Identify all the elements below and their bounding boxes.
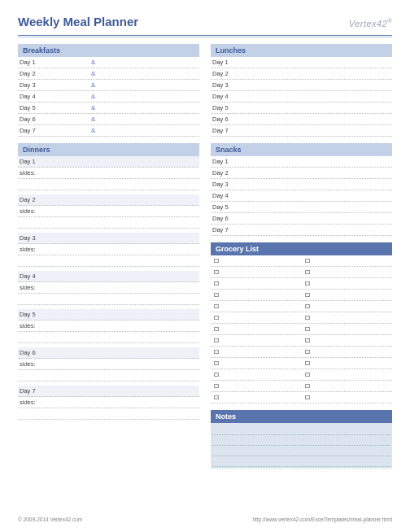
- blank-row: [18, 408, 199, 420]
- ampersand: &: [91, 59, 95, 66]
- breakfast-row: Day 4&: [18, 91, 199, 102]
- checkbox-icon: [214, 373, 219, 377]
- lunch-row: Day 1: [211, 57, 392, 68]
- lunch-row: Day 6: [211, 114, 392, 125]
- breakfast-row: Day 1&: [18, 57, 199, 68]
- grocery-row: [211, 358, 392, 369]
- blank-row: [18, 332, 199, 343]
- day-label: Day 2: [20, 196, 44, 203]
- day-label: Day 3: [212, 181, 237, 188]
- blank-row: [18, 255, 199, 267]
- grocery-header: Grocery List: [211, 242, 392, 255]
- grocery-row: [211, 324, 392, 335]
- sides-row: sides:: [18, 359, 199, 370]
- grocery-cell: [302, 373, 393, 377]
- dinner-main-row: Day 7: [18, 386, 199, 397]
- notes-line: [212, 446, 390, 456]
- checkbox-icon: [305, 316, 310, 320]
- lunch-row: Day 5: [211, 102, 392, 114]
- left-column: Breakfasts Day 1& Day 2& Day 3& Day 4& D…: [18, 44, 199, 469]
- checkbox-icon: [214, 281, 219, 286]
- ampersand: &: [91, 127, 95, 134]
- notes-body: [211, 423, 392, 469]
- lunch-row: Day 7: [211, 125, 392, 137]
- day-label: Day 3: [20, 81, 44, 89]
- grocery-cell: [211, 259, 302, 263]
- grocery-cell: [302, 293, 393, 297]
- day-label: Day 5: [212, 203, 237, 211]
- sides-row: sides:: [18, 397, 199, 408]
- grocery-cell: [211, 270, 302, 274]
- checkbox-icon: [305, 395, 310, 399]
- snack-row: Day 7: [211, 225, 392, 236]
- dinner-main-row: Day 4: [18, 271, 199, 282]
- sides-row: sides:: [18, 206, 199, 217]
- ampersand: &: [91, 70, 95, 77]
- grocery-cell: [302, 350, 393, 354]
- day-label: Day 6: [20, 349, 44, 356]
- dinner-main-row: Day 3: [18, 233, 199, 244]
- day-label: Day 7: [20, 387, 44, 395]
- grocery-cell: [211, 361, 302, 365]
- lunches-header: Lunches: [211, 44, 392, 57]
- day-label: Day 6: [20, 116, 44, 123]
- day-label: Day 6: [212, 215, 237, 222]
- day-label: Day 4: [212, 93, 237, 100]
- grocery-cell: [302, 338, 393, 342]
- dinner-block: Day 7 sides:: [18, 386, 199, 420]
- checkbox-icon: [305, 293, 310, 297]
- divider-top: [18, 35, 392, 36]
- checkbox-icon: [305, 259, 310, 263]
- day-label: Day 2: [20, 70, 44, 77]
- grocery-row: [211, 381, 392, 392]
- day-label: Day 2: [212, 70, 237, 77]
- grocery-row: [211, 290, 392, 301]
- page-title: Weekly Meal Planner: [18, 15, 138, 28]
- dinner-block: Day 2 sides:: [18, 194, 199, 229]
- checkbox-icon: [214, 316, 219, 320]
- sides-row: sides:: [18, 282, 199, 294]
- sides-label: sides:: [20, 399, 44, 406]
- right-column: Lunches Day 1 Day 2 Day 3 Day 4 Day 5 Da…: [211, 44, 392, 469]
- sides-label: sides:: [20, 246, 44, 253]
- grocery-cell: [302, 281, 393, 286]
- lunch-row: Day 3: [211, 80, 392, 91]
- grocery-row: [211, 301, 392, 312]
- sides-label: sides:: [20, 207, 44, 215]
- notes-line: [212, 425, 390, 435]
- ampersand: &: [91, 104, 95, 111]
- checkbox-icon: [305, 350, 310, 354]
- checkbox-icon: [214, 270, 219, 274]
- day-label: Day 5: [212, 104, 237, 111]
- grocery-cell: [302, 384, 393, 388]
- grocery-row: [211, 347, 392, 358]
- copyright: © 2009-2014 Vertex42.com: [18, 517, 82, 522]
- day-label: Day 2: [212, 169, 237, 177]
- grocery-cell: [211, 373, 302, 377]
- blank-row: [18, 294, 199, 305]
- dinner-block: Day 1 sides:: [18, 156, 199, 190]
- checkbox-icon: [305, 281, 310, 286]
- grocery-cell: [211, 281, 302, 286]
- day-label: Day 5: [20, 311, 44, 318]
- checkbox-icon: [214, 395, 219, 399]
- checkbox-icon: [305, 327, 310, 331]
- sides-label: sides:: [20, 360, 44, 368]
- snacks-header: Snacks: [211, 143, 392, 156]
- main-columns: Breakfasts Day 1& Day 2& Day 3& Day 4& D…: [18, 44, 392, 469]
- footer-url: http://www.vertex42.com/ExcelTemplates/m…: [252, 517, 392, 522]
- grocery-cell: [302, 327, 393, 331]
- sides-label: sides:: [20, 284, 44, 291]
- notes-header: Notes: [211, 410, 392, 423]
- grocery-cell: [302, 361, 393, 365]
- blank-row: [18, 370, 199, 382]
- breakfast-row: Day 3&: [18, 80, 199, 91]
- checkbox-icon: [305, 338, 310, 342]
- lunch-row: Day 2: [211, 68, 392, 80]
- breakfast-row: Day 2&: [18, 68, 199, 80]
- checkbox-icon: [214, 259, 219, 263]
- ampersand: &: [91, 93, 95, 100]
- sides-row: sides:: [18, 244, 199, 255]
- day-label: Day 1: [20, 59, 44, 66]
- grocery-cell: [211, 304, 302, 308]
